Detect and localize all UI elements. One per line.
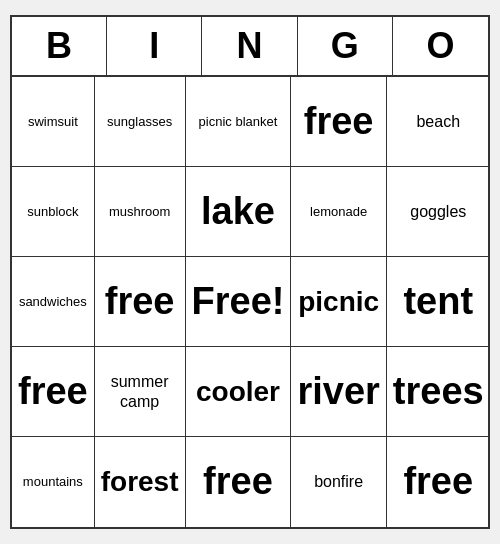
cell-text: goggles: [410, 202, 466, 221]
bingo-cell[interactable]: sunglasses: [95, 77, 186, 167]
bingo-cell[interactable]: free: [95, 257, 186, 347]
cell-text: lake: [201, 189, 275, 235]
cell-text: cooler: [196, 375, 280, 409]
bingo-cell[interactable]: tent: [387, 257, 490, 347]
bingo-cell[interactable]: picnic blanket: [186, 77, 292, 167]
bingo-cell[interactable]: free: [186, 437, 292, 527]
bingo-header-letter: G: [298, 17, 393, 75]
bingo-cell[interactable]: goggles: [387, 167, 490, 257]
bingo-cell[interactable]: summer camp: [95, 347, 186, 437]
bingo-card: BINGO swimsuitsunglassespicnic blanketfr…: [10, 15, 490, 529]
cell-text: swimsuit: [28, 114, 78, 130]
cell-text: lemonade: [310, 204, 367, 220]
cell-text: sunblock: [27, 204, 78, 220]
bingo-grid: swimsuitsunglassespicnic blanketfreebeac…: [12, 77, 488, 527]
cell-text: beach: [416, 112, 460, 131]
cell-text: sandwiches: [19, 294, 87, 310]
bingo-cell[interactable]: lemonade: [291, 167, 386, 257]
bingo-cell[interactable]: cooler: [186, 347, 292, 437]
bingo-cell[interactable]: trees: [387, 347, 490, 437]
cell-text: Free!: [192, 279, 285, 325]
cell-text: free: [18, 369, 88, 415]
bingo-cell[interactable]: forest: [95, 437, 186, 527]
cell-text: bonfire: [314, 472, 363, 491]
bingo-cell[interactable]: free: [12, 347, 95, 437]
cell-text: free: [203, 459, 273, 505]
cell-text: mountains: [23, 474, 83, 490]
cell-text: summer camp: [101, 372, 179, 410]
cell-text: free: [403, 459, 473, 505]
cell-text: forest: [101, 465, 179, 499]
cell-text: mushroom: [109, 204, 170, 220]
cell-text: picnic blanket: [199, 114, 278, 130]
bingo-cell[interactable]: lake: [186, 167, 292, 257]
bingo-cell[interactable]: sunblock: [12, 167, 95, 257]
bingo-cell[interactable]: mushroom: [95, 167, 186, 257]
bingo-cell[interactable]: beach: [387, 77, 490, 167]
bingo-header-letter: N: [202, 17, 297, 75]
bingo-cell[interactable]: river: [291, 347, 386, 437]
bingo-cell[interactable]: mountains: [12, 437, 95, 527]
cell-text: tent: [403, 279, 473, 325]
cell-text: picnic: [298, 285, 379, 319]
bingo-cell[interactable]: swimsuit: [12, 77, 95, 167]
cell-text: river: [297, 369, 379, 415]
bingo-header-letter: O: [393, 17, 488, 75]
bingo-cell[interactable]: free: [291, 77, 386, 167]
bingo-cell[interactable]: bonfire: [291, 437, 386, 527]
bingo-cell[interactable]: free: [387, 437, 490, 527]
cell-text: free: [105, 279, 175, 325]
bingo-cell[interactable]: picnic: [291, 257, 386, 347]
cell-text: free: [304, 99, 374, 145]
bingo-header-letter: B: [12, 17, 107, 75]
bingo-header: BINGO: [12, 17, 488, 77]
cell-text: sunglasses: [107, 114, 172, 130]
bingo-cell[interactable]: sandwiches: [12, 257, 95, 347]
bingo-header-letter: I: [107, 17, 202, 75]
cell-text: trees: [393, 369, 484, 415]
bingo-cell[interactable]: Free!: [186, 257, 292, 347]
